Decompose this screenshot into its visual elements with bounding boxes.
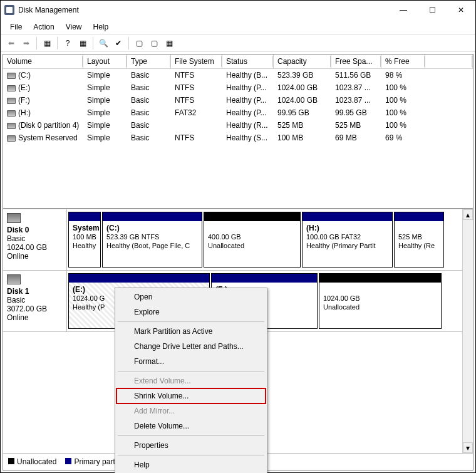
column-header-free[interactable]: Free Spa... — [331, 55, 381, 68]
context-menu-item-change-drive-letter-and-paths[interactable]: Change Drive Letter and Paths... — [116, 339, 266, 354]
partition-label: System100 MBHealthy — [69, 221, 100, 253]
cell-capacity: 1024.00 GB — [274, 95, 331, 105]
rescan-icon[interactable]: 🔍 — [96, 36, 110, 50]
cell-fs — [171, 120, 222, 130]
legend-item: Unallocated — [8, 457, 56, 466]
context-menu-item-open[interactable]: Open — [116, 289, 266, 304]
action1-icon[interactable]: ▢ — [132, 36, 146, 50]
cell-type: Basic — [127, 108, 171, 118]
column-header-fs[interactable]: File System — [171, 55, 222, 68]
partition-bar — [69, 274, 209, 283]
menu-help[interactable]: Help — [88, 21, 115, 33]
partition-bar — [212, 274, 317, 283]
cell-free: 511.56 GB — [331, 70, 381, 80]
cell-volume: (E:) — [3, 83, 83, 93]
context-menu-separator — [118, 455, 264, 455]
context-menu-item-help[interactable]: Help — [116, 457, 266, 472]
column-header-capacity[interactable]: Capacity — [274, 55, 331, 68]
legend-swatch — [8, 458, 14, 464]
partition-bar — [103, 212, 202, 221]
refresh-icon[interactable]: ▦ — [76, 36, 90, 50]
volume-list: VolumeLayoutTypeFile SystemStatusCapacit… — [3, 55, 473, 209]
minimize-button[interactable]: — — [389, 1, 418, 19]
menu-action[interactable]: Action — [28, 21, 59, 33]
cell-status: Healthy (R... — [222, 120, 274, 130]
action3-icon[interactable]: ▦ — [162, 36, 176, 50]
volume-row[interactable]: (H:)SimpleBasicFAT32Healthy (P...99.95 G… — [3, 107, 473, 119]
help-icon[interactable]: ? — [61, 36, 75, 50]
app-icon — [4, 5, 14, 15]
close-button[interactable]: ✕ — [447, 1, 475, 19]
context-menu-item-format[interactable]: Format... — [116, 354, 266, 369]
cell-volume: (F:) — [3, 95, 83, 105]
maximize-button[interactable]: ☐ — [418, 1, 447, 19]
action2-icon[interactable]: ▢ — [147, 36, 161, 50]
context-menu-separator — [118, 321, 264, 322]
menu-file[interactable]: File — [4, 21, 28, 33]
scroll-down-icon[interactable]: ▾ — [463, 442, 473, 453]
cell-free: 1023.87 ... — [331, 83, 381, 93]
context-menu-item-shrink-volume[interactable]: Shrink Volume... — [116, 388, 266, 403]
partition-label: 525 MBHealthy (Re — [395, 221, 443, 253]
volume-icon — [7, 73, 16, 79]
partition[interactable]: (H:)100.00 GB FAT32Healthy (Primary Part… — [302, 212, 393, 268]
cell-capacity: 99.95 GB — [274, 108, 331, 118]
volume-row[interactable]: (Disk 0 partition 4)SimpleBasicHealthy (… — [3, 119, 473, 132]
check-icon[interactable]: ✔ — [111, 36, 125, 50]
volume-row[interactable]: (F:)SimpleBasicNTFSHealthy (P...1024.00 … — [3, 94, 473, 107]
partition[interactable]: 525 MBHealthy (Re — [394, 212, 444, 268]
column-header-type[interactable]: Type — [127, 55, 171, 68]
volume-row[interactable]: (E:)SimpleBasicNTFSHealthy (P...1024.00 … — [3, 81, 473, 94]
cell-volume: System Reserved — [3, 133, 83, 143]
partition-unallocated[interactable]: 400.00 GBUnallocated — [204, 212, 301, 268]
cell-volume: (H:) — [3, 108, 83, 118]
disk-type: Basic — [7, 296, 63, 304]
context-menu-item-properties[interactable]: Properties — [116, 438, 266, 453]
toolbar: ⬅➡▦?▦🔍✔▢▢▦ — [1, 34, 475, 52]
scrollbar-vertical[interactable]: ▴ ▾ — [462, 209, 473, 453]
column-header-pct[interactable]: % Free — [381, 55, 425, 68]
disk-info[interactable]: Disk 1Basic3072.00 GBOnline — [3, 271, 67, 331]
show-hide-icon[interactable]: ▦ — [40, 36, 54, 50]
partition-bar — [69, 212, 100, 221]
context-menu-item-extend-volume: Extend Volume... — [116, 373, 266, 388]
disk-name: Disk 1 — [7, 287, 63, 296]
context-menu-item-delete-volume[interactable]: Delete Volume... — [116, 418, 266, 434]
cell-layout: Simple — [83, 70, 127, 80]
titlebar[interactable]: Disk Management — ☐ ✕ — [1, 1, 475, 19]
context-menu-item-explore[interactable]: Explore — [116, 304, 266, 320]
menu-view[interactable]: View — [60, 21, 88, 33]
cell-status: Healthy (P... — [222, 83, 274, 93]
disk-row: Disk 0Basic1024.00 GBOnlineSystem100 MBH… — [3, 209, 473, 271]
volume-row[interactable]: System ReservedSimpleBasicNTFSHealthy (S… — [3, 132, 473, 144]
forward-icon: ➡ — [19, 36, 33, 50]
disk-icon — [7, 274, 21, 284]
column-header-spacer — [425, 55, 473, 68]
scroll-up-icon[interactable]: ▴ — [463, 209, 473, 220]
partition-bar — [204, 212, 300, 221]
disk-icon — [7, 213, 21, 223]
disk-info[interactable]: Disk 0Basic1024.00 GBOnline — [3, 209, 67, 270]
cell-status: Healthy (S... — [222, 133, 274, 143]
cell-layout: Simple — [83, 120, 127, 130]
cell-volume: (C:) — [3, 70, 83, 80]
context-menu-item-mark-partition-as-active[interactable]: Mark Partition as Active — [116, 324, 266, 339]
partition[interactable]: System100 MBHealthy — [68, 212, 101, 268]
partition[interactable]: (C:)523.39 GB NTFSHealthy (Boot, Page Fi… — [102, 212, 202, 268]
partition-bar — [319, 274, 441, 283]
partition-label: (C:)523.39 GB NTFSHealthy (Boot, Page Fi… — [103, 221, 202, 253]
partition-label: (H:)100.00 GB FAT32Healthy (Primary Part… — [303, 221, 392, 253]
context-menu-separator — [118, 435, 264, 436]
cell-pct: 69 % — [381, 133, 425, 143]
toolbar-separator — [93, 37, 93, 49]
cell-pct: 100 % — [381, 120, 425, 130]
partition-label: 400.00 GBUnallocated — [204, 221, 300, 253]
cell-fs: NTFS — [171, 133, 222, 143]
column-header-volume[interactable]: Volume — [3, 55, 83, 68]
partition-unallocated[interactable]: 1024.00 GBUnallocated — [319, 273, 442, 329]
window-title: Disk Management — [18, 6, 389, 14]
column-header-status[interactable]: Status — [222, 55, 274, 68]
column-header-layout[interactable]: Layout — [83, 55, 127, 68]
volume-icon — [7, 98, 16, 104]
volume-row[interactable]: (C:)SimpleBasicNTFSHealthy (B...523.39 G… — [3, 69, 473, 81]
